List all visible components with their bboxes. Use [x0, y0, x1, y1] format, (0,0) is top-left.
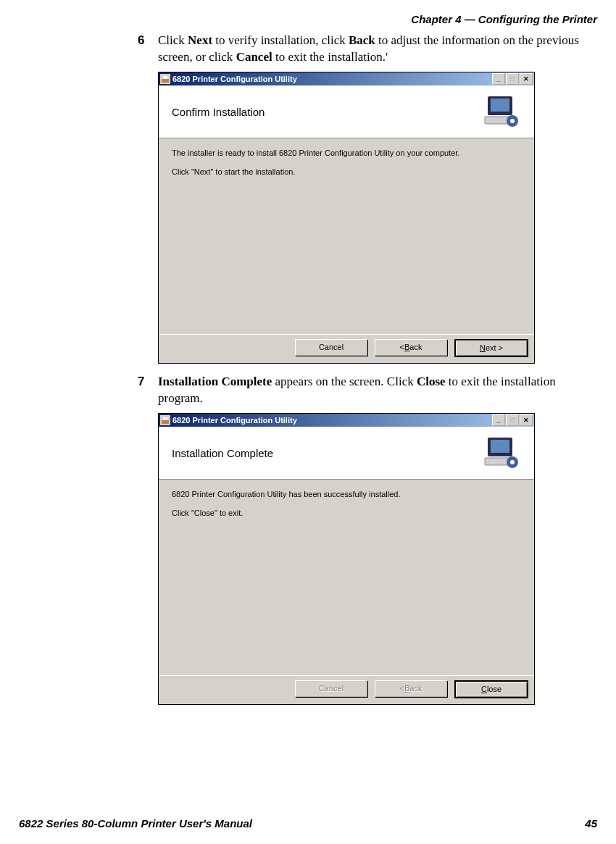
page-footer: 6822 Series 80-Column Printer User's Man… [0, 817, 616, 830]
text: C [481, 685, 487, 693]
text: to verify installation, click [212, 33, 349, 47]
page-header: Chapter 4 — Configuring the Printer [0, 0, 616, 33]
svg-rect-10 [491, 440, 509, 453]
text: Click [158, 33, 188, 47]
step-7: 7 Installation Complete appears on the s… [138, 374, 600, 407]
titlebar[interactable]: 6820 Printer Configuration Utility _ □ ✕ [159, 72, 534, 85]
dialog-header: Confirm Installation [159, 85, 534, 138]
step-text: Installation Complete appears on the scr… [158, 374, 600, 407]
body-text: Click "Close" to exit. [172, 509, 521, 517]
back-button[interactable]: < Back [375, 339, 447, 356]
step-text: Click Next to verify installation, click… [158, 33, 600, 66]
button-row: Cancel < Back Next > [159, 334, 534, 363]
body-text: Click "Next" to start the installation. [172, 167, 521, 176]
svg-rect-7 [162, 420, 169, 424]
content: 6 Click Next to verify installation, cli… [138, 33, 600, 705]
dialog-body: 6820 Printer Configuration Utility has b… [159, 480, 534, 675]
back-button: < Back [375, 680, 447, 697]
text: ext > [486, 343, 503, 352]
text-bold: Back [349, 33, 375, 47]
svg-rect-1 [163, 76, 167, 79]
confirm-installation-dialog: 6820 Printer Configuration Utility _ □ ✕… [158, 72, 535, 364]
minimize-button[interactable]: _ [492, 414, 505, 426]
body-text: The installer is ready to install 6820 P… [172, 149, 521, 157]
page-number: 45 [585, 817, 597, 830]
installation-complete-dialog: 6820 Printer Configuration Utility _ □ ✕… [158, 413, 535, 705]
close-window-button[interactable]: ✕ [520, 73, 533, 85]
dialog-heading: Confirm Installation [172, 106, 265, 118]
svg-rect-3 [491, 99, 509, 112]
dialog-body: The installer is ready to install 6820 P… [159, 138, 534, 334]
text: B [404, 343, 409, 351]
text: ack [409, 343, 422, 351]
window-controls: _ □ ✕ [491, 73, 533, 85]
text: ack [409, 684, 422, 693]
dialog-heading: Installation Complete [172, 447, 273, 459]
button-row: Cancel < Back Close [159, 675, 534, 704]
dialog-header: Installation Complete [159, 427, 534, 480]
text: lose [487, 685, 501, 693]
text: B [404, 684, 409, 693]
window-controls: _ □ ✕ [491, 414, 533, 426]
next-button[interactable]: Next > [454, 339, 528, 357]
installer-icon [160, 74, 170, 84]
installer-icon [160, 415, 170, 425]
close-button[interactable]: Close [454, 680, 528, 698]
text-bold: Close [417, 375, 446, 388]
text: to exit the installation.' [272, 50, 388, 64]
text-bold: Installation Complete [158, 375, 272, 388]
text-bold: Next [188, 33, 212, 47]
svg-point-13 [510, 460, 515, 464]
svg-rect-0 [162, 79, 169, 83]
svg-rect-8 [163, 417, 167, 420]
minimize-button[interactable]: _ [492, 73, 505, 85]
step-number: 6 [138, 33, 158, 66]
svg-point-6 [510, 119, 515, 123]
titlebar-text: 6820 Printer Configuration Utility [172, 416, 297, 425]
maximize-button: □ [506, 414, 519, 426]
body-text: 6820 Printer Configuration Utility has b… [172, 490, 521, 498]
computer-icon [482, 436, 523, 471]
text-bold: Cancel [236, 50, 272, 64]
cancel-button[interactable]: Cancel [295, 339, 367, 356]
text: N [480, 343, 486, 352]
cancel-button: Cancel [295, 680, 367, 697]
step-6: 6 Click Next to verify installation, cli… [138, 33, 600, 66]
text: appears on the screen. Click [272, 375, 417, 388]
manual-title: 6822 Series 80-Column Printer User's Man… [19, 817, 252, 830]
titlebar-text: 6820 Printer Configuration Utility [172, 75, 297, 83]
close-window-button[interactable]: ✕ [520, 414, 533, 426]
maximize-button: □ [506, 73, 519, 85]
titlebar[interactable]: 6820 Printer Configuration Utility _ □ ✕ [159, 414, 534, 427]
step-number: 7 [138, 374, 158, 407]
computer-icon [482, 95, 523, 130]
